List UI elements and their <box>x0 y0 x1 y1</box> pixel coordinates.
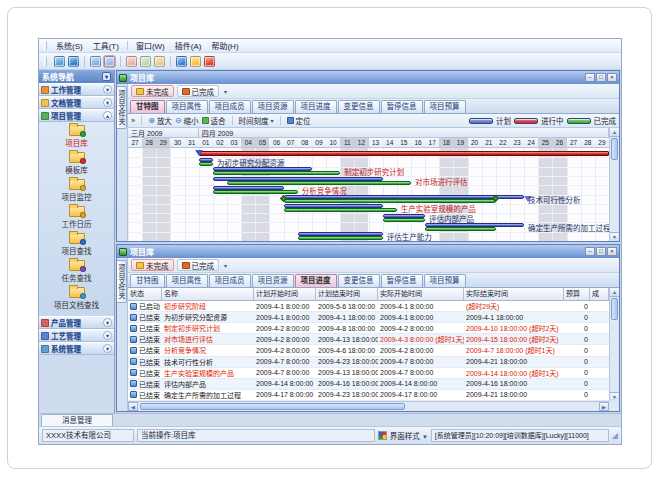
scroll-down-icon[interactable]: ▼ <box>610 232 619 241</box>
table-row-5[interactable]: 已结束技术可行性分析2009-4-7 8:00:002009-4-23 18:0… <box>128 357 609 368</box>
column-header-5[interactable]: 实际结束时间 <box>464 288 564 301</box>
finished-filter-button[interactable]: 已完成 <box>177 85 220 97</box>
gantt-vertical-scrollbar[interactable]: ▲ ▼ <box>609 128 619 241</box>
sidebar-item-5[interactable]: 任务查找 <box>39 260 114 283</box>
expand-chevron-icon[interactable]: ▾ <box>103 331 112 340</box>
sidebar-item-4[interactable]: 项目查找 <box>39 233 114 256</box>
scroll-up-icon[interactable]: ▲ <box>610 128 619 137</box>
web-icon[interactable] <box>68 56 79 67</box>
table-row-8[interactable]: 已结束确定生产所需的加工过程2009-4-17 8:00:002009-4-23… <box>128 390 609 401</box>
tab-1[interactable]: 项目属性 <box>166 274 208 287</box>
minimize-button[interactable]: – <box>585 247 595 256</box>
sidebar-group-4[interactable]: 工艺管理▾ <box>39 329 114 342</box>
tab-7[interactable]: 项目预算 <box>424 274 466 287</box>
tab-1[interactable]: 项目属性 <box>166 100 208 113</box>
tab-5[interactable]: 变更信息 <box>338 100 380 113</box>
scrollbar-thumb[interactable] <box>611 298 618 320</box>
collapse-chevron-icon[interactable]: ▴ <box>103 111 112 120</box>
column-header-7[interactable]: 成 <box>590 288 609 301</box>
zoom-out-button[interactable]: ⊖缩小 <box>175 115 199 126</box>
maximize-button[interactable]: □ <box>596 247 606 256</box>
scroll-up-icon[interactable]: ▲ <box>610 288 619 297</box>
locate-button[interactable]: 定位 <box>287 115 311 126</box>
column-header-1[interactable]: 名称 <box>162 288 254 301</box>
exit-icon[interactable] <box>204 56 215 67</box>
tab-3[interactable]: 项目资源 <box>252 100 294 113</box>
menu-item-4[interactable]: 插件(A) <box>170 39 207 52</box>
actual-bar[interactable] <box>213 171 340 175</box>
sidebar-group-0[interactable]: 工作管理▾ <box>39 83 114 96</box>
close-button[interactable]: × <box>607 73 617 82</box>
interface-style-button[interactable]: 界面样式 ▼ <box>390 430 428 441</box>
interface-style-icon[interactable] <box>378 431 387 440</box>
tab-2[interactable]: 项目成员 <box>209 274 251 287</box>
project-folders-tab[interactable]: 项目文件夹 <box>117 86 127 129</box>
scrollbar-thumb[interactable] <box>140 403 405 410</box>
report-green-icon[interactable] <box>140 56 151 67</box>
time-scale-button[interactable]: 时间刻度▾ <box>239 115 274 126</box>
table-row-2[interactable]: 已结束制定初步研究计划2009-4-2 8:00:002009-4-8 18:0… <box>128 323 609 334</box>
column-header-6[interactable]: 预算 <box>564 288 590 301</box>
table-row-7[interactable]: 已结束评估内部产品2009-4-14 8:00:002009-4-16 18:0… <box>128 379 609 390</box>
close-button[interactable]: × <box>607 247 617 256</box>
maximize-button[interactable]: □ <box>596 73 606 82</box>
actual-bar[interactable] <box>199 162 213 166</box>
column-header-2[interactable]: 计划开始时间 <box>254 288 316 301</box>
scroll-right-icon[interactable]: ▶ <box>599 402 609 411</box>
tab-6[interactable]: 暂停信息 <box>381 274 423 287</box>
sidebar-group-2[interactable]: 项目管理▴ <box>39 109 114 122</box>
table-row-3[interactable]: 已结束对市场进行评估2009-4-2 8:00:002009-4-13 18:0… <box>128 334 609 345</box>
sidebar-item-3[interactable]: 工作日历 <box>39 206 114 229</box>
minimize-button[interactable]: – <box>585 73 595 82</box>
tab-0[interactable]: 甘特图 <box>130 100 165 113</box>
tab-4[interactable]: 项目进度 <box>295 274 337 287</box>
menu-item-0[interactable]: 系统(S) <box>51 39 88 52</box>
summary-bar[interactable] <box>199 151 609 156</box>
table-row-0[interactable]: 已启动初步研究阶段2009-4-1 8:00:002009-5-6 18:00:… <box>128 301 609 312</box>
sidebar-item-0[interactable]: 项目库 <box>39 125 114 148</box>
tab-2[interactable]: 项目成员 <box>209 100 251 113</box>
tab-3[interactable]: 项目资源 <box>252 274 294 287</box>
scroll-left-icon[interactable]: ◀ <box>128 402 138 411</box>
expand-chevron-icon[interactable]: ▾ <box>103 98 112 107</box>
tab-7[interactable]: 项目预算 <box>424 100 466 113</box>
message-management-tab[interactable]: 消息管理 <box>41 414 113 426</box>
tab-4[interactable]: 项目进度 <box>295 100 337 113</box>
table-row-6[interactable]: 已结束生产实验室规模的产品2009-4-7 8:00:002009-4-13 1… <box>128 368 609 379</box>
table-vertical-scrollbar[interactable]: ▲ ▼ <box>609 288 619 401</box>
unfinished-filter-button[interactable]: 未完成 <box>131 259 174 271</box>
sidebar-item-2[interactable]: 项目监控 <box>39 179 114 202</box>
actual-bar[interactable] <box>425 227 496 231</box>
lock-icon[interactable] <box>190 56 201 67</box>
actual-bar[interactable] <box>284 208 397 212</box>
workspace-icon[interactable] <box>54 56 65 67</box>
report-red-icon[interactable] <box>126 56 137 67</box>
expand-chevron-icon[interactable]: ▾ <box>103 318 112 327</box>
expand-chevron-icon[interactable]: ▾ <box>103 344 112 353</box>
sidebar-group-5[interactable]: 系统管理▾ <box>39 342 114 355</box>
toolbar-grip[interactable] <box>44 57 47 66</box>
pin-icon[interactable]: ▾ <box>102 72 111 81</box>
tab-6[interactable]: 暂停信息 <box>381 100 423 113</box>
actual-bar[interactable] <box>298 236 383 240</box>
report-orange-icon[interactable] <box>154 56 165 67</box>
fit-button[interactable]: 适合 <box>202 115 226 126</box>
help-icon[interactable] <box>176 56 187 67</box>
sidebar-group-1[interactable]: 文档管理▾ <box>39 96 114 109</box>
menubar-grip[interactable] <box>44 41 47 50</box>
column-header-0[interactable]: 状态 <box>128 288 162 301</box>
plan-bar[interactable] <box>213 177 383 181</box>
menu-item-1[interactable]: 工具(T) <box>88 39 124 52</box>
tab-0[interactable]: 甘特图 <box>130 274 165 287</box>
filter-more-button[interactable]: ▾ <box>224 262 227 269</box>
column-header-4[interactable]: 实际开始时间 <box>378 288 464 301</box>
resize-grip-icon[interactable]: ◢ <box>612 431 618 440</box>
table-row-4[interactable]: 已结束分析竞争情况2009-4-2 8:00:002009-4-6 18:00:… <box>128 345 609 356</box>
unfinished-filter-button[interactable]: 未完成 <box>131 85 174 97</box>
sidebar-item-1[interactable]: 模板库 <box>39 152 114 175</box>
overflow-chevron-icon[interactable]: » <box>131 116 135 125</box>
tab-5[interactable]: 变更信息 <box>338 274 380 287</box>
table-horizontal-scrollbar[interactable]: ◀ ▶ <box>128 401 609 411</box>
gantt-window-titlebar[interactable]: 项目库 – □ × <box>117 71 619 84</box>
save-icon[interactable] <box>104 56 115 67</box>
